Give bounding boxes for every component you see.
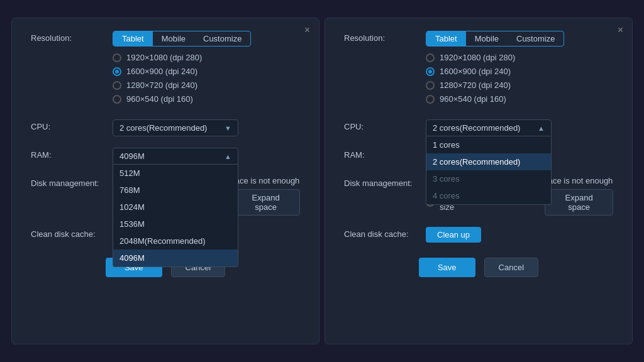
radio-circle: [426, 95, 435, 104]
resolution-option[interactable]: 1280×720 (dpi 240): [113, 80, 300, 90]
resolution-option[interactable]: 1600×900 (dpi 240): [426, 67, 613, 76]
tab-tablet[interactable]: Tablet: [426, 31, 466, 46]
tab-customize[interactable]: Customize: [508, 31, 564, 46]
form-content: 2 cores(Recommended)▼: [113, 119, 300, 136]
dialogs-container: ×Resolution:TabletMobileCustomize1920×10…: [5, 11, 639, 351]
form-label: RAM:: [344, 148, 426, 160]
ram-dropdown-item[interactable]: 1536M: [113, 216, 238, 233]
radio-circle: [113, 67, 121, 76]
resolution-option[interactable]: 960×540 (dpi 160): [113, 94, 300, 104]
resolution-tab-group: TabletMobileCustomize: [426, 31, 564, 47]
radio-circle: [113, 95, 121, 104]
save-button[interactable]: Save: [419, 258, 475, 277]
ram-dropdown-item[interactable]: 768M: [113, 182, 238, 199]
ram-dropdown-item[interactable]: 1024M: [113, 199, 238, 216]
clean-content: Clean up: [426, 227, 613, 243]
radio-circle: [426, 53, 435, 62]
resolution-tab-group: TabletMobileCustomize: [113, 31, 251, 47]
dialog-left: ×Resolution:TabletMobileCustomize1920×10…: [11, 18, 319, 344]
cpu-dropdown-item[interactable]: 4 cores: [426, 187, 551, 204]
ram-dropdown-item[interactable]: 512M: [113, 165, 238, 182]
resolution-option[interactable]: 1600×900 (dpi 240): [113, 67, 300, 76]
form-label: Clean disk cache:: [344, 227, 426, 239]
form-row: Resolution:TabletMobileCustomize1920×108…: [31, 31, 300, 108]
form-content: TabletMobileCustomize1920×1080 (dpi 280)…: [113, 31, 300, 108]
resolution-radio-list: 1920×1080 (dpi 280)1600×900 (dpi 240)128…: [113, 53, 300, 104]
radio-circle: [426, 67, 435, 76]
form-label: CPU:: [31, 119, 113, 131]
ram-dropdown-list: 512M768M1024M1536M2048M(Recommended)4096…: [113, 165, 238, 267]
cpu-dropdown-item[interactable]: 2 cores(Recommended): [426, 153, 551, 170]
resolution-option-label: 960×540 (dpi 160): [126, 94, 193, 104]
form-content: Clean up: [426, 227, 613, 243]
dialog-right: ×Resolution:TabletMobileCustomize1920×10…: [325, 18, 633, 344]
resolution-option[interactable]: 1920×1080 (dpi 280): [113, 53, 300, 62]
tab-mobile[interactable]: Mobile: [466, 31, 508, 46]
close-button[interactable]: ×: [304, 25, 310, 36]
cancel-button[interactable]: Cancel: [484, 258, 538, 277]
resolution-content: TabletMobileCustomize1920×1080 (dpi 280)…: [426, 31, 613, 104]
form-label: Resolution:: [31, 31, 113, 43]
form-label: Clean disk cache:: [31, 227, 113, 239]
ram-dropdown-item[interactable]: 4096M: [113, 250, 238, 266]
resolution-option-label: 1600×900 (dpi 240): [440, 67, 511, 76]
radio-circle: [113, 81, 121, 90]
form-row: RAM:4096M▲512M768M1024M1536M2048M(Recomm…: [31, 148, 300, 165]
form-label: CPU:: [344, 119, 426, 131]
resolution-option[interactable]: 1920×1080 (dpi 280): [426, 53, 613, 62]
expand-space-button[interactable]: Expand space: [545, 189, 613, 216]
form-label: RAM:: [31, 148, 113, 160]
tab-tablet[interactable]: Tablet: [113, 31, 153, 46]
ram-value: 4096M: [119, 151, 145, 161]
form-row: CPU:2 cores(Recommended)▲1 cores2 cores(…: [344, 119, 613, 136]
ram-dropdown-item[interactable]: 2048M(Recommended): [113, 233, 238, 250]
form-label: Resolution:: [344, 31, 426, 43]
ram-select[interactable]: 4096M▲: [113, 148, 238, 165]
cpu-value: 2 cores(Recommended): [433, 123, 520, 133]
resolution-radio-list: 1920×1080 (dpi 280)1600×900 (dpi 240)128…: [426, 53, 613, 104]
form-label: Disk management:: [344, 176, 426, 188]
resolution-option-label: 1920×1080 (dpi 280): [440, 53, 515, 62]
radio-circle: [426, 81, 435, 90]
form-row: Clean disk cache:Clean up: [344, 227, 613, 243]
cpu-select[interactable]: 2 cores(Recommended)▼: [113, 119, 238, 136]
tab-mobile[interactable]: Mobile: [153, 31, 194, 46]
expand-space-button[interactable]: Expand space: [231, 189, 300, 216]
resolution-option-label: 1280×720 (dpi 240): [440, 80, 511, 90]
resolution-option[interactable]: 1280×720 (dpi 240): [426, 80, 613, 90]
form-label: Disk management:: [31, 176, 113, 188]
form-row: Resolution:TabletMobileCustomize1920×108…: [344, 31, 613, 108]
form-content: 2 cores(Recommended)▲1 cores2 cores(Reco…: [426, 119, 613, 136]
cpu-select[interactable]: 2 cores(Recommended)▲: [426, 119, 552, 136]
resolution-option-label: 1600×900 (dpi 240): [126, 67, 197, 76]
cpu-dropdown-list: 1 cores2 cores(Recommended)3 cores4 core…: [426, 136, 552, 205]
ram-content: 4096M▲512M768M1024M1536M2048M(Recommende…: [113, 148, 300, 165]
resolution-option-label: 960×540 (dpi 160): [440, 94, 506, 104]
chevron-icon: ▲: [538, 124, 545, 132]
form-content: 4096M▲512M768M1024M1536M2048M(Recommende…: [113, 148, 300, 165]
resolution-option-label: 1920×1080 (dpi 280): [126, 53, 202, 62]
dialog-footer: SaveCancel: [344, 258, 613, 277]
cpu-content: 2 cores(Recommended)▼: [113, 119, 300, 136]
resolution-option[interactable]: 960×540 (dpi 160): [426, 94, 613, 104]
form-row: CPU:2 cores(Recommended)▼: [31, 119, 300, 136]
resolution-content: TabletMobileCustomize1920×1080 (dpi 280)…: [113, 31, 300, 104]
cleanup-button[interactable]: Clean up: [426, 227, 481, 243]
cpu-content: 2 cores(Recommended)▲1 cores2 cores(Reco…: [426, 119, 613, 136]
tab-customize[interactable]: Customize: [194, 31, 250, 46]
cpu-dropdown-item[interactable]: 3 cores: [426, 170, 551, 187]
cpu-value: 2 cores(Recommended): [119, 123, 207, 133]
radio-circle: [113, 53, 121, 62]
cpu-dropdown-item[interactable]: 1 cores: [426, 136, 551, 153]
resolution-option-label: 1280×720 (dpi 240): [126, 80, 197, 90]
form-content: TabletMobileCustomize1920×1080 (dpi 280)…: [426, 31, 613, 108]
chevron-icon: ▲: [225, 153, 231, 160]
close-button[interactable]: ×: [618, 25, 623, 36]
chevron-icon: ▼: [225, 124, 231, 132]
